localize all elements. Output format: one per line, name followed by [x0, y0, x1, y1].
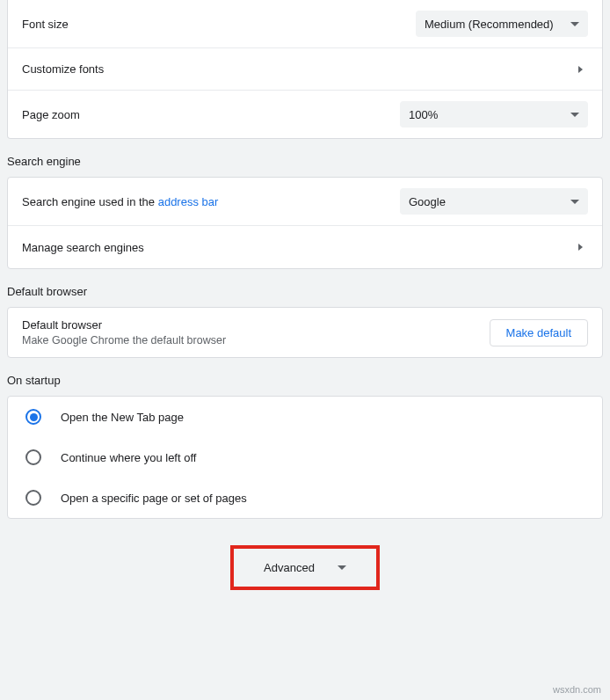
caret-right-icon	[578, 244, 583, 251]
customize-fonts-label: Customize fonts	[22, 62, 578, 76]
radio-icon[interactable]	[25, 490, 41, 506]
startup-option-continue[interactable]: Continue where you left off	[8, 437, 602, 478]
default-browser-section-title: Default browser	[0, 269, 610, 307]
default-browser-card: Default browser Make Google Chrome the d…	[7, 307, 603, 358]
startup-option-specific-page[interactable]: Open a specific page or set of pages	[8, 478, 602, 518]
startup-option-new-tab[interactable]: Open the New Tab page	[8, 397, 602, 437]
caret-down-icon	[338, 565, 346, 570]
caret-down-icon	[570, 113, 579, 117]
search-engine-card: Search engine used in the address bar Go…	[7, 177, 603, 269]
default-browser-subtitle: Make Google Chrome the default browser	[22, 334, 226, 346]
search-engine-label: Search engine used in the address bar	[22, 195, 400, 208]
on-startup-section-title: On startup	[0, 358, 610, 396]
caret-down-icon	[570, 200, 579, 204]
default-browser-title: Default browser	[22, 318, 226, 332]
customize-fonts-row[interactable]: Customize fonts	[8, 48, 602, 91]
startup-option-label: Continue where you left off	[61, 451, 196, 464]
make-default-button[interactable]: Make default	[490, 319, 588, 346]
manage-search-engines-label: Manage search engines	[22, 241, 578, 254]
startup-option-label: Open a specific page or set of pages	[61, 492, 247, 505]
caret-down-icon	[570, 22, 579, 26]
address-bar-link[interactable]: address bar	[158, 195, 219, 208]
search-engine-section-title: Search engine	[0, 139, 610, 177]
page-zoom-select[interactable]: 100%	[400, 101, 588, 128]
page-zoom-value: 100%	[409, 108, 438, 121]
font-size-value: Medium (Recommended)	[425, 18, 554, 31]
appearance-card: Font size Medium (Recommended) Customize…	[7, 0, 603, 139]
page-zoom-label: Page zoom	[22, 108, 400, 121]
font-size-row: Font size Medium (Recommended)	[8, 0, 602, 48]
advanced-toggle[interactable]: Advanced	[230, 545, 380, 590]
search-engine-select[interactable]: Google	[400, 188, 588, 215]
advanced-label: Advanced	[264, 561, 315, 574]
radio-icon[interactable]	[25, 449, 41, 465]
search-engine-row: Search engine used in the address bar Go…	[8, 178, 602, 226]
page-zoom-row: Page zoom 100%	[8, 91, 602, 138]
radio-icon[interactable]	[25, 409, 41, 425]
manage-search-engines-row[interactable]: Manage search engines	[8, 226, 602, 268]
default-browser-row: Default browser Make Google Chrome the d…	[8, 308, 602, 357]
advanced-wrapper: Advanced	[0, 545, 610, 590]
search-engine-label-prefix: Search engine used in the	[22, 195, 158, 208]
default-browser-text: Default browser Make Google Chrome the d…	[22, 318, 226, 346]
watermark: wsxdn.com	[553, 684, 601, 695]
search-engine-value: Google	[409, 195, 446, 208]
startup-option-label: Open the New Tab page	[61, 411, 184, 424]
font-size-select[interactable]: Medium (Recommended)	[416, 11, 588, 37]
caret-right-icon	[578, 66, 583, 73]
on-startup-card: Open the New Tab page Continue where you…	[7, 396, 603, 519]
font-size-label: Font size	[22, 18, 416, 31]
